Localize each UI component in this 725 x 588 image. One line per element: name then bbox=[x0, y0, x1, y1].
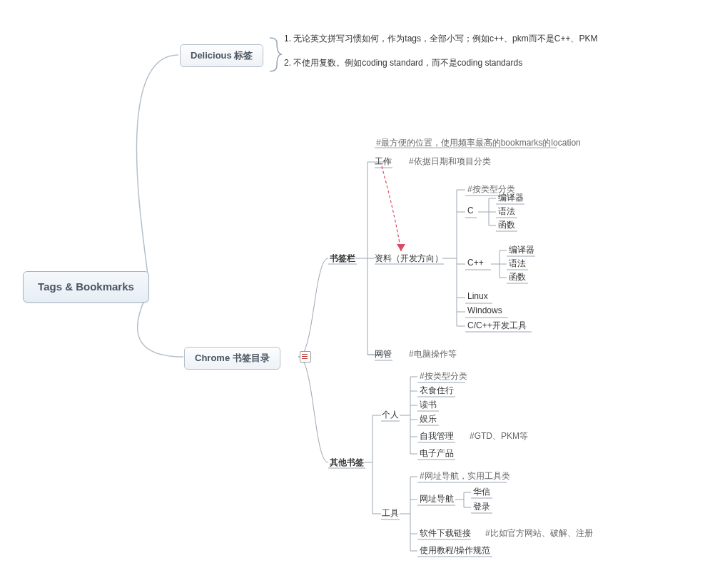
node-cpp[interactable]: C++ bbox=[467, 258, 484, 268]
delicious-rule1: 1. 无论英文拼写习惯如何，作为tags，全部小写；例如c++、pkm而不是C+… bbox=[284, 33, 597, 45]
node-bookmark-bar[interactable]: 书签栏 bbox=[330, 253, 355, 265]
node-reading[interactable]: 读书 bbox=[420, 399, 437, 411]
node-other[interactable]: 其他书签 bbox=[330, 457, 364, 469]
node-tools[interactable]: 工具 bbox=[382, 507, 399, 519]
branch-delicious[interactable]: Delicious 标签 bbox=[180, 44, 263, 67]
note-download: #比如官方网站、破解、注册 bbox=[485, 527, 593, 539]
node-electronics[interactable]: 电子产品 bbox=[420, 447, 454, 460]
delicious-rule2: 2. 不使用复数。例如coding standard，而不是coding sta… bbox=[284, 57, 522, 69]
note-selfmgmt: #GTD、PKM等 bbox=[470, 430, 528, 442]
node-cpp-func[interactable]: 函数 bbox=[509, 271, 526, 283]
node-c-grammar[interactable]: 语法 bbox=[498, 206, 515, 218]
note-netadmin: #电脑操作等 bbox=[409, 348, 457, 360]
node-life[interactable]: 衣食住行 bbox=[420, 385, 454, 397]
node-cpp-grammar[interactable]: 语法 bbox=[509, 258, 526, 270]
node-windows[interactable]: Windows bbox=[467, 305, 502, 315]
node-login[interactable]: 登录 bbox=[473, 501, 490, 513]
node-resources[interactable]: 资料（开发方向） bbox=[375, 253, 443, 265]
root-node[interactable]: Tags & Bookmarks bbox=[23, 271, 149, 303]
node-tutorial[interactable]: 使用教程/操作规范 bbox=[420, 544, 490, 557]
node-entertain[interactable]: 娱乐 bbox=[420, 413, 437, 425]
node-netadmin[interactable]: 网管 bbox=[375, 348, 392, 360]
node-download[interactable]: 软件下载链接 bbox=[420, 527, 471, 539]
node-cpp-compiler[interactable]: 编译器 bbox=[509, 244, 534, 256]
node-personal[interactable]: 个人 bbox=[382, 409, 399, 421]
node-c-func[interactable]: 函数 bbox=[498, 219, 515, 231]
note-icon[interactable] bbox=[300, 351, 311, 363]
branch-chrome[interactable]: Chrome 书签目录 bbox=[184, 347, 280, 370]
note-work: #依据日期和项目分类 bbox=[409, 156, 491, 168]
node-selfmgmt[interactable]: 自我管理 bbox=[420, 430, 454, 442]
node-devtools[interactable]: C/C++开发工具 bbox=[467, 320, 527, 332]
node-work[interactable]: 工作 bbox=[375, 156, 392, 168]
node-c-compiler[interactable]: 编译器 bbox=[498, 192, 524, 204]
note-top: #最方便的位置，使用频率最高的bookmarks的location bbox=[376, 137, 581, 149]
node-huaxin[interactable]: 华信 bbox=[473, 486, 490, 498]
node-linux[interactable]: Linux bbox=[467, 291, 488, 301]
svg-marker-31 bbox=[397, 244, 405, 251]
node-nav[interactable]: 网址导航 bbox=[420, 493, 454, 505]
note-personal-bytype: #按类型分类 bbox=[420, 370, 467, 382]
note-tools: #网址导航，实用工具类 bbox=[420, 470, 510, 482]
node-c[interactable]: C bbox=[467, 206, 474, 216]
